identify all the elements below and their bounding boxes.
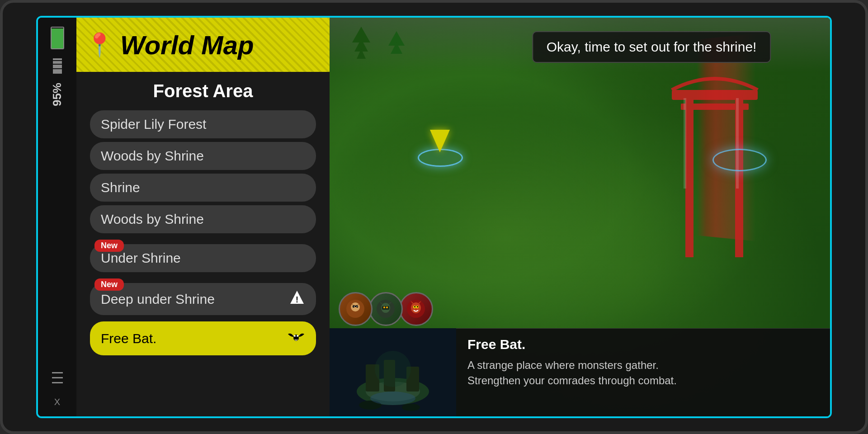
area-title: Forest Area <box>76 72 330 108</box>
preview-scene <box>330 328 456 416</box>
map-area[interactable]: Okay, time to set out for the shrine! <box>330 18 830 416</box>
location-item-spider-lily-forest[interactable]: Spider Lily Forest <box>90 110 316 138</box>
preview-desc-line2: Strengthen your comrades through combat. <box>467 373 819 388</box>
location-item-woods-by-shrine-2[interactable]: Woods by Shrine <box>90 205 316 233</box>
location-label: Woods by Shrine <box>101 148 204 164</box>
secondary-glow-ring <box>712 149 767 171</box>
location-label: Shrine <box>101 180 140 195</box>
svg-point-4 <box>297 335 298 337</box>
world-map-title: World Map <box>120 30 254 60</box>
tree-decoration <box>352 27 370 59</box>
location-label: Under Shrine <box>101 250 181 266</box>
preview-desc-line1: A strange place where monsters gather. <box>467 358 819 373</box>
player-marker <box>430 130 450 152</box>
device-frame: 95% X 📍 World Map Forest Area <box>0 0 868 434</box>
svg-point-37 <box>370 392 415 405</box>
location-item-deep-under-shrine[interactable]: New Deep under Shrine ! <box>90 283 316 315</box>
svg-point-3 <box>294 335 296 337</box>
dialogue-text: Okay, time to set out for the shrine! <box>547 39 757 54</box>
svg-point-15 <box>354 306 355 307</box>
x-button[interactable]: X <box>54 397 60 407</box>
svg-rect-5 <box>685 99 693 257</box>
svg-rect-20 <box>382 306 389 310</box>
left-strip: 95% X <box>38 18 76 416</box>
location-item-shrine[interactable]: Shrine <box>90 174 316 202</box>
svg-point-28 <box>417 306 418 307</box>
screen: 95% X 📍 World Map Forest Area <box>36 16 832 418</box>
svg-text:!: ! <box>296 295 298 304</box>
torii-gate <box>658 31 771 257</box>
svg-point-21 <box>383 307 385 308</box>
location-label: Deep under Shrine <box>101 292 215 307</box>
location-preview: Free Bat. A strange place where monsters… <box>330 328 830 416</box>
location-list: Spider Lily Forest Woods by Shrine Shrin… <box>76 108 330 416</box>
bottom-menu-icon[interactable] <box>52 371 63 384</box>
svg-point-22 <box>386 307 388 308</box>
character-icon-1 <box>339 292 373 326</box>
main-content: 📍 World Map Forest Area Spider Lily Fore… <box>76 18 830 416</box>
new-badge-deep-under-shrine: New <box>94 278 124 291</box>
svg-point-27 <box>414 306 415 307</box>
svg-rect-10 <box>736 98 739 189</box>
preview-thumbnail <box>330 328 456 416</box>
dialogue-box: Okay, time to set out for the shrine! <box>532 31 771 63</box>
location-item-free-bat[interactable]: Free Bat. <box>90 321 316 355</box>
svg-rect-9 <box>684 98 686 189</box>
location-item-under-shrine[interactable]: New Under Shrine <box>90 244 316 272</box>
location-label: Woods by Shrine <box>101 212 204 227</box>
warning-icon: ! <box>289 289 305 309</box>
bat-icon <box>287 328 305 349</box>
svg-point-36 <box>402 404 420 411</box>
left-panel: 📍 World Map Forest Area Spider Lily Fore… <box>76 18 330 416</box>
character-icon-3 <box>399 292 433 326</box>
battery-icon <box>51 27 64 49</box>
svg-point-38 <box>375 351 411 387</box>
location-item-woods-by-shrine-1[interactable]: Woods by Shrine <box>90 142 316 170</box>
character-icons <box>339 292 433 326</box>
new-badge-under-shrine: New <box>94 240 124 252</box>
map-pin-icon: 📍 <box>85 32 113 58</box>
location-label: Free Bat. <box>101 331 156 346</box>
preview-title: Free Bat. <box>467 337 819 352</box>
signal-bars <box>53 58 62 74</box>
tree-decoration-2 <box>388 31 405 54</box>
preview-info: Free Bat. A strange place where monsters… <box>456 328 830 416</box>
svg-point-17 <box>353 307 358 311</box>
svg-point-16 <box>357 306 358 307</box>
world-map-header: 📍 World Map <box>76 18 330 72</box>
character-icon-2 <box>369 292 403 326</box>
battery-percent-label: 95% <box>50 83 64 106</box>
location-label: Spider Lily Forest <box>101 117 206 132</box>
